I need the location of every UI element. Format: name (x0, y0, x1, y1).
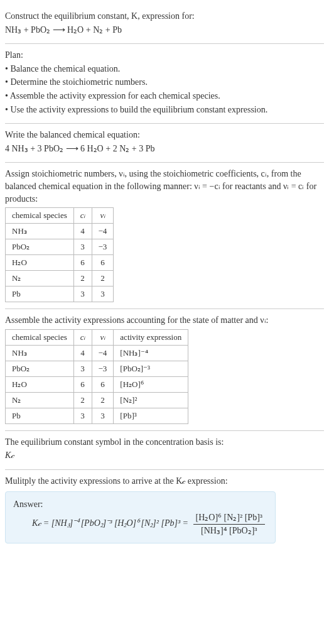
table-row: N₂ 2 2 [N₂]² (6, 392, 188, 408)
cell-ci: 6 (73, 376, 92, 392)
cell-species: N₂ (6, 271, 74, 287)
answer-expression: K𝒸 = [NH₃]⁻⁴ [PbO₂]⁻³ [H₂O]⁶ [N₂]² [Pb]³… (13, 511, 267, 537)
col-ci: cᵢ (73, 329, 92, 345)
cell-activity: [NH₃]⁻⁴ (114, 345, 188, 361)
cell-ci: 4 (73, 224, 92, 239)
symbol-kc: K𝒸 (5, 449, 324, 462)
plan-bullet: • Determine the stoichiometric numbers. (5, 76, 324, 89)
table-row: Pb 3 3 (6, 287, 114, 302)
cell-ci: 4 (73, 345, 92, 361)
col-species: chemical species (6, 329, 74, 345)
answer-fraction: [H₂O]⁶ [N₂]² [Pb]³ [NH₃]⁴ [PbO₂]³ (193, 511, 265, 537)
table-row: N₂ 2 2 (6, 271, 114, 287)
cell-ci: 6 (73, 255, 92, 271)
cell-vi: −3 (92, 239, 114, 255)
prompt-equation: NH₃ + PbO₂ ⟶ H₂O + N₂ + Pb (5, 24, 324, 36)
plan-bullet: • Assemble the activity expression for e… (5, 90, 324, 102)
table-row: NH₃ 4 −4 (6, 224, 114, 239)
col-activity: activity expression (114, 329, 188, 345)
answer-box: Answer: K𝒸 = [NH₃]⁻⁴ [PbO₂]⁻³ [H₂O]⁶ [N₂… (5, 491, 276, 544)
cell-vi: 3 (92, 408, 114, 423)
table-row: PbO₂ 3 −3 (6, 239, 114, 255)
balanced-equation: 4 NH₃ + 3 PbO₂ ⟶ 6 H₂O + 2 N₂ + 3 Pb (5, 143, 324, 155)
plan-title: Plan: (5, 49, 324, 62)
cell-species: H₂O (6, 255, 74, 271)
fraction-denominator: [NH₃]⁴ [PbO₂]³ (193, 525, 265, 537)
cell-ci: 3 (73, 239, 92, 255)
cell-vi: 6 (92, 376, 114, 392)
prompt-title: Construct the equilibrium constant, K, e… (5, 10, 324, 23)
col-ci: cᵢ (73, 208, 92, 224)
table-row: Pb 3 3 [Pb]³ (6, 408, 188, 423)
activity-intro: Assemble the activity expressions accoun… (5, 314, 324, 327)
cell-species: NH₃ (6, 224, 74, 239)
result-section: Mulitply the activity expressions to arr… (5, 470, 324, 550)
col-species: chemical species (6, 208, 74, 224)
activity-table: chemical species cᵢ νᵢ activity expressi… (5, 329, 188, 424)
cell-vi: 2 (92, 392, 114, 408)
cell-activity: [PbO₂]⁻³ (114, 361, 188, 376)
stoich-intro: Assign stoichiometric numbers, νᵢ, using… (5, 168, 324, 205)
stoich-section: Assign stoichiometric numbers, νᵢ, using… (5, 163, 324, 309)
table-row: NH₃ 4 −4 [NH₃]⁻⁴ (6, 345, 188, 361)
balanced-title: Write the balanced chemical equation: (5, 129, 324, 141)
balanced-section: Write the balanced chemical equation: 4 … (5, 124, 324, 163)
cell-activity: [N₂]² (114, 392, 188, 408)
cell-ci: 3 (73, 361, 92, 376)
col-vi: νᵢ (92, 208, 114, 224)
cell-vi: 3 (92, 287, 114, 302)
cell-species: H₂O (6, 376, 74, 392)
cell-activity: [H₂O]⁶ (114, 376, 188, 392)
table-header-row: chemical species cᵢ νᵢ (6, 208, 114, 224)
table-row: H₂O 6 6 (6, 255, 114, 271)
table-row: H₂O 6 6 [H₂O]⁶ (6, 376, 188, 392)
table-header-row: chemical species cᵢ νᵢ activity expressi… (6, 329, 188, 345)
plan-bullet: • Balance the chemical equation. (5, 63, 324, 75)
result-intro: Mulitply the activity expressions to arr… (5, 475, 324, 488)
prompt-section: Construct the equilibrium constant, K, e… (5, 5, 324, 44)
cell-vi: −4 (92, 345, 114, 361)
cell-ci: 2 (73, 271, 92, 287)
plan-section: Plan: • Balance the chemical equation. •… (5, 44, 324, 124)
cell-species: PbO₂ (6, 239, 74, 255)
cell-vi: 2 (92, 271, 114, 287)
cell-species: N₂ (6, 392, 74, 408)
fraction-numerator: [H₂O]⁶ [N₂]² [Pb]³ (193, 511, 265, 525)
plan-bullet: • Use the activity expressions to build … (5, 104, 324, 116)
cell-ci: 2 (73, 392, 92, 408)
activity-section: Assemble the activity expressions accoun… (5, 309, 324, 431)
cell-vi: 6 (92, 255, 114, 271)
cell-vi: −3 (92, 361, 114, 376)
answer-lhs: K𝒸 = [NH₃]⁻⁴ [PbO₂]⁻³ [H₂O]⁶ [N₂]² [Pb]³… (32, 518, 191, 528)
answer-label: Answer: (13, 498, 267, 511)
cell-vi: −4 (92, 224, 114, 239)
stoich-table: chemical species cᵢ νᵢ NH₃ 4 −4 PbO₂ 3 −… (5, 207, 114, 302)
cell-species: NH₃ (6, 345, 74, 361)
cell-activity: [Pb]³ (114, 408, 188, 423)
cell-species: PbO₂ (6, 361, 74, 376)
cell-species: Pb (6, 287, 74, 302)
col-vi: νᵢ (92, 329, 114, 345)
symbol-section: The equilibrium constant symbol in the c… (5, 431, 324, 470)
cell-ci: 3 (73, 287, 92, 302)
table-row: PbO₂ 3 −3 [PbO₂]⁻³ (6, 361, 188, 376)
cell-species: Pb (6, 408, 74, 423)
cell-ci: 3 (73, 408, 92, 423)
symbol-text: The equilibrium constant symbol in the c… (5, 436, 324, 449)
